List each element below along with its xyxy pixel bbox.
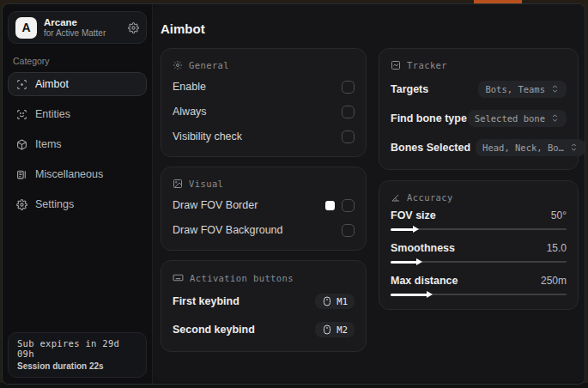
- sidebar-item-label: Items: [35, 138, 62, 150]
- card-visual: Visual Draw FOV Border Draw FOV Backgrou…: [161, 167, 367, 251]
- crosshair-scan-icon: [16, 79, 27, 90]
- scan-face-icon: [16, 109, 27, 120]
- setting-label: Bones Selected: [391, 142, 470, 154]
- card-accuracy-header: Accuracy: [391, 192, 567, 203]
- setting-row-enable: Enable: [173, 77, 355, 96]
- setting-row-targets: Targets Bots, Teams: [391, 77, 567, 100]
- card-title: Accuracy: [407, 192, 453, 203]
- image-icon: [173, 179, 183, 189]
- setting-label: Draw FOV Background: [173, 224, 283, 236]
- keybind-value: M1: [336, 296, 348, 306]
- setting-label: Visibility check: [173, 130, 242, 142]
- brand-text: Arcane for Active Matter: [44, 17, 121, 39]
- list-panel-icon: [16, 169, 27, 180]
- setting-label: Draw FOV Border: [173, 199, 258, 211]
- app-subtitle: for Active Matter: [44, 28, 121, 39]
- slider-row-smoothness: Smoothness 15.0: [391, 242, 567, 266]
- setting-label: FOV size: [391, 209, 436, 221]
- always-checkbox[interactable]: [342, 106, 355, 118]
- chevrons-up-down-icon: [569, 142, 579, 152]
- dropdown-value: Bots, Teams: [485, 84, 545, 94]
- settings-gear-icon[interactable]: [128, 22, 139, 33]
- card-accuracy: Accuracy FOV size 50°: [379, 180, 579, 310]
- setting-label: Max distance: [391, 275, 458, 287]
- targets-dropdown[interactable]: Bots, Teams: [478, 81, 567, 98]
- sidebar-item-settings[interactable]: Settings: [8, 192, 147, 216]
- find-bone-type-dropdown[interactable]: Selected bone: [468, 110, 567, 127]
- fov-size-slider[interactable]: [391, 225, 567, 233]
- menu-window: A Arcane for Active Matter Category Aimb…: [2, 3, 585, 385]
- card-general: General Enable Always Visibility check: [161, 48, 367, 157]
- visibility-check-checkbox[interactable]: [342, 130, 355, 143]
- category-nav: Aimbot Entities Items Miscellaneous: [8, 72, 147, 216]
- fov-border-checkbox[interactable]: [342, 199, 355, 212]
- gear-small-icon: [173, 60, 183, 70]
- slider-fill: [391, 261, 417, 264]
- sidebar-item-label: Settings: [35, 198, 74, 210]
- slider-value: 15.0: [547, 242, 567, 254]
- sidebar-item-label: Miscellaneous: [35, 168, 103, 180]
- sidebar-item-entities[interactable]: Entities: [8, 102, 147, 126]
- sidebar-item-miscellaneous[interactable]: Miscellaneous: [8, 162, 147, 186]
- setting-row-fov-background: Draw FOV Background: [173, 221, 355, 239]
- page-title: Aimbot: [161, 21, 579, 36]
- fov-border-color-swatch[interactable]: [325, 201, 335, 210]
- setting-label: Always: [173, 106, 207, 118]
- category-label: Category: [13, 56, 147, 66]
- card-activation-header: Activation buttons: [173, 272, 355, 283]
- card-activation-buttons: Activation buttons First keybind M1 Seco…: [161, 260, 367, 352]
- setting-row-visibility-check: Visibility check: [173, 127, 355, 146]
- subscription-info-card: Sub expires in 29d 09h Session duration …: [8, 332, 147, 378]
- fov-background-checkbox[interactable]: [342, 224, 355, 237]
- bones-selected-dropdown[interactable]: Head, Neck, Body, Pe…: [476, 139, 585, 156]
- smoothness-slider[interactable]: [391, 258, 567, 266]
- main-content: Aimbot General Enable: [153, 4, 585, 381]
- sidebar-item-items[interactable]: Items: [8, 132, 147, 156]
- slider-row-max-distance: Max distance 250m: [391, 275, 567, 299]
- dropdown-value: Head, Neck, Body, Pe…: [482, 142, 564, 153]
- slider-value: 250m: [541, 275, 567, 287]
- slider-row-fov-size: FOV size 50°: [391, 209, 567, 233]
- first-keybind-button[interactable]: M1: [315, 294, 355, 309]
- enable-checkbox[interactable]: [342, 81, 355, 94]
- setting-label: Find bone type: [391, 112, 467, 124]
- keybind-value: M2: [336, 324, 348, 335]
- app-logo: A: [15, 17, 37, 39]
- sub-expires-text: Sub expires in 29d 09h: [17, 338, 137, 359]
- app-name: Arcane: [44, 17, 121, 28]
- setting-row-second-keybind: Second keybind M2: [173, 318, 355, 341]
- package-box-icon: [16, 139, 27, 150]
- chevrons-up-down-icon: [550, 113, 560, 123]
- activity-square-icon: [391, 60, 401, 70]
- slider-fill: [391, 228, 414, 231]
- card-title: Activation buttons: [190, 273, 294, 283]
- chevrons-up-down-icon: [550, 84, 560, 94]
- max-distance-slider[interactable]: [391, 290, 567, 299]
- second-keybind-button[interactable]: M2: [315, 322, 355, 337]
- card-title: Tracker: [407, 60, 447, 70]
- setting-row-first-keybind: First keybind M1: [173, 290, 355, 312]
- gear-icon: [16, 199, 27, 210]
- card-general-header: General: [173, 60, 355, 70]
- slider-thumb[interactable]: [416, 258, 422, 265]
- setting-label: Smoothness: [391, 242, 455, 254]
- slider-thumb[interactable]: [427, 291, 433, 298]
- sidebar-item-aimbot[interactable]: Aimbot: [8, 72, 147, 96]
- slider-fill: [391, 294, 427, 296]
- slider-value: 50°: [551, 209, 567, 221]
- setting-label: Targets: [391, 83, 428, 95]
- setting-row-always: Always: [173, 102, 355, 121]
- setting-label: First keybind: [173, 295, 239, 307]
- sidebar-item-label: Aimbot: [35, 78, 69, 90]
- session-duration-text: Session duration 22s: [17, 361, 137, 371]
- setting-row-find-bone-type: Find bone type Selected bone: [391, 106, 567, 130]
- mouse-icon: [322, 296, 332, 306]
- slider-thumb[interactable]: [413, 226, 419, 233]
- mouse-icon: [322, 324, 332, 335]
- card-tracker: Tracker Targets Bots, Teams Find bone ty…: [379, 48, 579, 170]
- sidebar: A Arcane for Active Matter Category Aimb…: [3, 4, 153, 384]
- sidebar-item-label: Entities: [35, 108, 70, 120]
- setting-row-bones-selected: Bones Selected Head, Neck, Body, Pe…: [391, 136, 567, 159]
- card-tracker-header: Tracker: [391, 60, 567, 70]
- keyboard-icon: [173, 272, 184, 283]
